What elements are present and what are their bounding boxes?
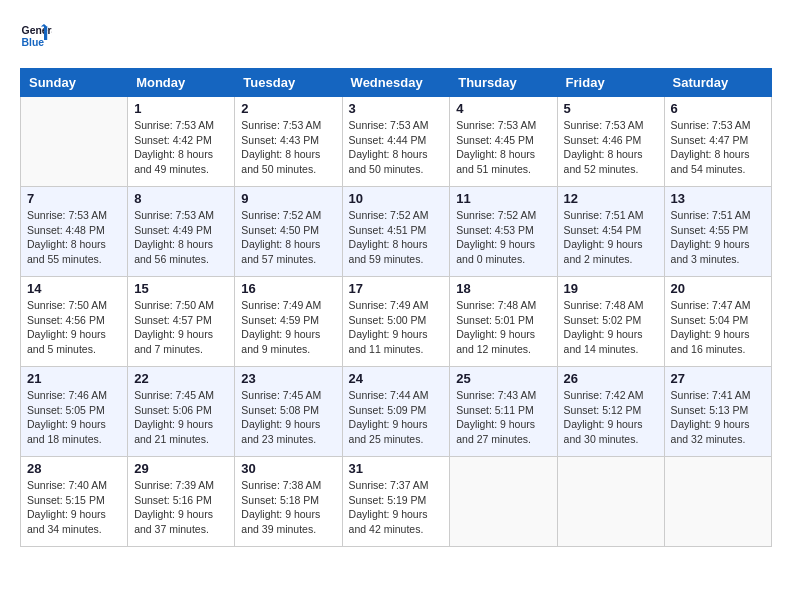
day-info: Sunrise: 7:51 AMSunset: 4:54 PMDaylight:…: [564, 208, 658, 267]
header-tuesday: Tuesday: [235, 69, 342, 97]
day-info: Sunrise: 7:50 AMSunset: 4:57 PMDaylight:…: [134, 298, 228, 357]
day-number: 29: [134, 461, 228, 476]
calendar-week-row: 21Sunrise: 7:46 AMSunset: 5:05 PMDayligh…: [21, 367, 772, 457]
svg-text:Blue: Blue: [22, 37, 45, 48]
calendar-day-cell: 3Sunrise: 7:53 AMSunset: 4:44 PMDaylight…: [342, 97, 450, 187]
day-info: Sunrise: 7:38 AMSunset: 5:18 PMDaylight:…: [241, 478, 335, 537]
calendar-day-cell: [21, 97, 128, 187]
day-number: 21: [27, 371, 121, 386]
day-number: 14: [27, 281, 121, 296]
calendar-day-cell: 14Sunrise: 7:50 AMSunset: 4:56 PMDayligh…: [21, 277, 128, 367]
day-number: 3: [349, 101, 444, 116]
day-info: Sunrise: 7:48 AMSunset: 5:01 PMDaylight:…: [456, 298, 550, 357]
day-info: Sunrise: 7:48 AMSunset: 5:02 PMDaylight:…: [564, 298, 658, 357]
calendar-day-cell: 30Sunrise: 7:38 AMSunset: 5:18 PMDayligh…: [235, 457, 342, 547]
calendar-day-cell: 27Sunrise: 7:41 AMSunset: 5:13 PMDayligh…: [664, 367, 771, 457]
calendar-day-cell: 29Sunrise: 7:39 AMSunset: 5:16 PMDayligh…: [128, 457, 235, 547]
day-info: Sunrise: 7:52 AMSunset: 4:51 PMDaylight:…: [349, 208, 444, 267]
day-number: 2: [241, 101, 335, 116]
day-number: 16: [241, 281, 335, 296]
calendar-day-cell: 23Sunrise: 7:45 AMSunset: 5:08 PMDayligh…: [235, 367, 342, 457]
day-info: Sunrise: 7:47 AMSunset: 5:04 PMDaylight:…: [671, 298, 765, 357]
day-number: 5: [564, 101, 658, 116]
calendar-day-cell: 1Sunrise: 7:53 AMSunset: 4:42 PMDaylight…: [128, 97, 235, 187]
day-info: Sunrise: 7:53 AMSunset: 4:43 PMDaylight:…: [241, 118, 335, 177]
calendar-day-cell: 21Sunrise: 7:46 AMSunset: 5:05 PMDayligh…: [21, 367, 128, 457]
day-number: 15: [134, 281, 228, 296]
day-info: Sunrise: 7:53 AMSunset: 4:46 PMDaylight:…: [564, 118, 658, 177]
header-sunday: Sunday: [21, 69, 128, 97]
calendar-day-cell: 22Sunrise: 7:45 AMSunset: 5:06 PMDayligh…: [128, 367, 235, 457]
calendar-day-cell: 5Sunrise: 7:53 AMSunset: 4:46 PMDaylight…: [557, 97, 664, 187]
day-info: Sunrise: 7:44 AMSunset: 5:09 PMDaylight:…: [349, 388, 444, 447]
day-info: Sunrise: 7:53 AMSunset: 4:42 PMDaylight:…: [134, 118, 228, 177]
day-number: 4: [456, 101, 550, 116]
day-number: 19: [564, 281, 658, 296]
header-friday: Friday: [557, 69, 664, 97]
day-number: 12: [564, 191, 658, 206]
calendar-day-cell: 26Sunrise: 7:42 AMSunset: 5:12 PMDayligh…: [557, 367, 664, 457]
header-thursday: Thursday: [450, 69, 557, 97]
day-number: 26: [564, 371, 658, 386]
day-info: Sunrise: 7:42 AMSunset: 5:12 PMDaylight:…: [564, 388, 658, 447]
calendar-day-cell: 13Sunrise: 7:51 AMSunset: 4:55 PMDayligh…: [664, 187, 771, 277]
calendar-week-row: 14Sunrise: 7:50 AMSunset: 4:56 PMDayligh…: [21, 277, 772, 367]
page-header: General Blue: [20, 20, 772, 52]
day-number: 18: [456, 281, 550, 296]
calendar-week-row: 7Sunrise: 7:53 AMSunset: 4:48 PMDaylight…: [21, 187, 772, 277]
calendar-day-cell: 24Sunrise: 7:44 AMSunset: 5:09 PMDayligh…: [342, 367, 450, 457]
calendar-day-cell: 6Sunrise: 7:53 AMSunset: 4:47 PMDaylight…: [664, 97, 771, 187]
day-number: 30: [241, 461, 335, 476]
day-number: 6: [671, 101, 765, 116]
calendar-day-cell: 9Sunrise: 7:52 AMSunset: 4:50 PMDaylight…: [235, 187, 342, 277]
calendar-day-cell: [557, 457, 664, 547]
day-info: Sunrise: 7:45 AMSunset: 5:08 PMDaylight:…: [241, 388, 335, 447]
day-info: Sunrise: 7:53 AMSunset: 4:49 PMDaylight:…: [134, 208, 228, 267]
calendar-week-row: 28Sunrise: 7:40 AMSunset: 5:15 PMDayligh…: [21, 457, 772, 547]
calendar-day-cell: 2Sunrise: 7:53 AMSunset: 4:43 PMDaylight…: [235, 97, 342, 187]
logo: General Blue: [20, 20, 56, 52]
day-info: Sunrise: 7:52 AMSunset: 4:50 PMDaylight:…: [241, 208, 335, 267]
day-number: 17: [349, 281, 444, 296]
calendar-day-cell: 12Sunrise: 7:51 AMSunset: 4:54 PMDayligh…: [557, 187, 664, 277]
day-number: 1: [134, 101, 228, 116]
day-info: Sunrise: 7:43 AMSunset: 5:11 PMDaylight:…: [456, 388, 550, 447]
calendar-table: SundayMondayTuesdayWednesdayThursdayFrid…: [20, 68, 772, 547]
calendar-day-cell: 15Sunrise: 7:50 AMSunset: 4:57 PMDayligh…: [128, 277, 235, 367]
day-number: 22: [134, 371, 228, 386]
day-number: 11: [456, 191, 550, 206]
header-saturday: Saturday: [664, 69, 771, 97]
calendar-day-cell: 19Sunrise: 7:48 AMSunset: 5:02 PMDayligh…: [557, 277, 664, 367]
calendar-day-cell: 28Sunrise: 7:40 AMSunset: 5:15 PMDayligh…: [21, 457, 128, 547]
day-number: 9: [241, 191, 335, 206]
calendar-day-cell: 4Sunrise: 7:53 AMSunset: 4:45 PMDaylight…: [450, 97, 557, 187]
calendar-day-cell: 25Sunrise: 7:43 AMSunset: 5:11 PMDayligh…: [450, 367, 557, 457]
day-number: 10: [349, 191, 444, 206]
day-number: 31: [349, 461, 444, 476]
calendar-day-cell: 8Sunrise: 7:53 AMSunset: 4:49 PMDaylight…: [128, 187, 235, 277]
calendar-day-cell: 7Sunrise: 7:53 AMSunset: 4:48 PMDaylight…: [21, 187, 128, 277]
calendar-day-cell: 18Sunrise: 7:48 AMSunset: 5:01 PMDayligh…: [450, 277, 557, 367]
day-info: Sunrise: 7:46 AMSunset: 5:05 PMDaylight:…: [27, 388, 121, 447]
day-info: Sunrise: 7:49 AMSunset: 5:00 PMDaylight:…: [349, 298, 444, 357]
day-info: Sunrise: 7:37 AMSunset: 5:19 PMDaylight:…: [349, 478, 444, 537]
day-number: 27: [671, 371, 765, 386]
day-info: Sunrise: 7:52 AMSunset: 4:53 PMDaylight:…: [456, 208, 550, 267]
calendar-header-row: SundayMondayTuesdayWednesdayThursdayFrid…: [21, 69, 772, 97]
day-info: Sunrise: 7:53 AMSunset: 4:44 PMDaylight:…: [349, 118, 444, 177]
calendar-day-cell: [450, 457, 557, 547]
calendar-day-cell: 20Sunrise: 7:47 AMSunset: 5:04 PMDayligh…: [664, 277, 771, 367]
day-number: 28: [27, 461, 121, 476]
day-number: 13: [671, 191, 765, 206]
day-number: 23: [241, 371, 335, 386]
day-info: Sunrise: 7:53 AMSunset: 4:48 PMDaylight:…: [27, 208, 121, 267]
calendar-day-cell: 17Sunrise: 7:49 AMSunset: 5:00 PMDayligh…: [342, 277, 450, 367]
day-number: 7: [27, 191, 121, 206]
day-number: 24: [349, 371, 444, 386]
day-info: Sunrise: 7:49 AMSunset: 4:59 PMDaylight:…: [241, 298, 335, 357]
day-info: Sunrise: 7:41 AMSunset: 5:13 PMDaylight:…: [671, 388, 765, 447]
day-number: 25: [456, 371, 550, 386]
day-info: Sunrise: 7:45 AMSunset: 5:06 PMDaylight:…: [134, 388, 228, 447]
calendar-day-cell: [664, 457, 771, 547]
day-number: 8: [134, 191, 228, 206]
